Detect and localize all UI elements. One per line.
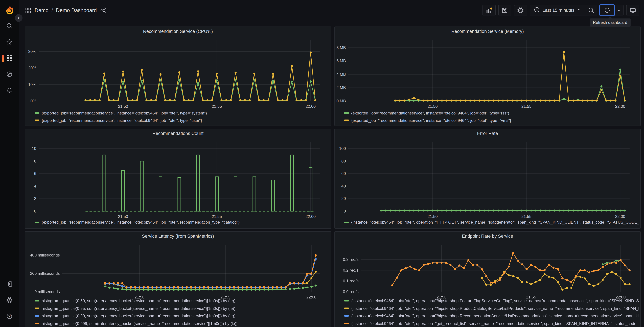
svg-text:4 MB: 4 MB bbox=[336, 72, 346, 76]
svg-text:21:55: 21:55 bbox=[212, 214, 222, 219]
legend-marker bbox=[344, 308, 349, 309]
chart-panel-endpoint-rate[interactable]: 0.0 req/s0.1 req/s0.2 req/s0.3 req/s21:5… bbox=[335, 232, 641, 327]
svg-text:2: 2 bbox=[34, 196, 36, 201]
legend-item[interactable]: {exported_job="recommendationservice", i… bbox=[34, 220, 330, 225]
svg-text:0.2 req/s: 0.2 req/s bbox=[343, 268, 358, 272]
time-range-label: Last 15 minutes bbox=[542, 8, 574, 13]
caret-down-icon bbox=[577, 8, 582, 13]
grafana-logo[interactable] bbox=[3, 4, 16, 17]
legend-label: histogram_quantile(0.999, sum(rate(laten… bbox=[42, 321, 238, 326]
svg-text:20%: 20% bbox=[28, 66, 36, 70]
legend-item[interactable]: {instance="otelcol:9464", job="otel", op… bbox=[344, 298, 639, 304]
breadcrumb-page[interactable]: Demo Dashboard bbox=[56, 8, 97, 14]
breadcrumb-section[interactable]: Demo bbox=[34, 8, 48, 14]
dashboards-icon[interactable] bbox=[3, 51, 16, 65]
add-panel-button[interactable] bbox=[482, 5, 496, 16]
starred-icon[interactable] bbox=[3, 35, 16, 49]
legend-item[interactable]: histogram_quantile(0.95, sum(rate(latenc… bbox=[34, 306, 330, 311]
legend-marker bbox=[34, 222, 39, 223]
legend-label: {exported_job="recommendationservice", i… bbox=[351, 118, 511, 123]
breadcrumb: Demo / Demo Dashboard bbox=[25, 6, 106, 15]
svg-text:10: 10 bbox=[32, 146, 36, 151]
share-icon[interactable] bbox=[100, 7, 106, 14]
svg-text:0: 0 bbox=[34, 209, 36, 213]
legend-marker bbox=[344, 315, 349, 316]
svg-text:0 milliseconds: 0 milliseconds bbox=[34, 290, 60, 294]
svg-text:0 MB: 0 MB bbox=[336, 99, 346, 103]
tv-mode-button[interactable] bbox=[626, 5, 639, 16]
svg-text:22:00: 22:00 bbox=[306, 104, 316, 108]
panel-error-rate: Error Rate02040608010021:5021:5522:00{in… bbox=[334, 128, 641, 229]
svg-text:400 milliseconds: 400 milliseconds bbox=[30, 253, 60, 257]
refresh-interval-button[interactable] bbox=[614, 5, 624, 16]
legend-marker bbox=[344, 323, 349, 324]
svg-text:21:50: 21:50 bbox=[428, 214, 438, 219]
legend-item[interactable]: histogram_quantile(0.50, sum(rate(latenc… bbox=[34, 298, 330, 304]
svg-text:0: 0 bbox=[344, 209, 346, 213]
legend-marker bbox=[344, 112, 349, 114]
svg-text:0.0 req/s: 0.0 req/s bbox=[343, 290, 358, 294]
chart-panel-error-rate[interactable]: 02040608010021:5021:5522:00 bbox=[335, 129, 641, 229]
svg-text:22:00: 22:00 bbox=[306, 214, 316, 219]
legend-label: histogram_quantile(0.99, sum(rate(latenc… bbox=[42, 314, 235, 318]
legend-label: {instance="otelcol:9464", job="otel", op… bbox=[351, 298, 639, 303]
svg-text:2 MB: 2 MB bbox=[336, 85, 346, 90]
legend-item[interactable]: {instance="otelcol:9464", job="otel", op… bbox=[344, 313, 639, 318]
svg-text:22:00: 22:00 bbox=[615, 214, 625, 219]
chart-panel-service-latency[interactable]: 0 milliseconds200 milliseconds400 millis… bbox=[25, 232, 331, 327]
dashboards-squares-icon bbox=[25, 7, 32, 14]
panel-recommendations-count: Recommendations Count024681021:5021:5522… bbox=[25, 128, 331, 229]
legend-marker bbox=[34, 323, 39, 324]
time-range-picker[interactable]: Last 15 minutes bbox=[530, 5, 585, 16]
save-dashboard-button[interactable] bbox=[498, 5, 511, 16]
explore-icon[interactable] bbox=[3, 68, 16, 81]
chart-panel-recommendations-count[interactable]: 024681021:5021:5522:00 bbox=[25, 129, 331, 229]
legend-marker bbox=[344, 120, 349, 121]
legend-label: {instance="otelcol:9464", job="otel", op… bbox=[351, 321, 639, 326]
legend-marker bbox=[34, 120, 39, 121]
svg-text:0%: 0% bbox=[30, 99, 36, 103]
sign-in-icon[interactable] bbox=[3, 277, 16, 291]
search-icon[interactable] bbox=[3, 19, 16, 32]
svg-text:21:50: 21:50 bbox=[118, 214, 128, 219]
legend-marker bbox=[34, 300, 39, 302]
svg-text:21:55: 21:55 bbox=[521, 214, 531, 219]
legend-item[interactable]: {exported_job="recommendationservice", i… bbox=[344, 110, 639, 116]
legend-item[interactable]: histogram_quantile(0.99, sum(rate(latenc… bbox=[34, 313, 330, 318]
svg-text:6: 6 bbox=[34, 171, 36, 176]
legend-item[interactable]: {instance="otelcol:9464", job="otel", op… bbox=[344, 220, 639, 225]
legend-label: {exported_job="recommendationservice", i… bbox=[42, 220, 240, 224]
panel-recommendation-memory: Recommendation Service (Memory)0 MB2 MB4… bbox=[334, 26, 641, 126]
svg-text:21:50: 21:50 bbox=[118, 104, 128, 108]
toolbar: Last 15 minutes bbox=[482, 5, 639, 16]
svg-text:21:55: 21:55 bbox=[521, 104, 531, 108]
dashboard-settings-button[interactable] bbox=[514, 5, 527, 16]
zoom-out-button[interactable] bbox=[585, 5, 597, 16]
svg-text:21:50: 21:50 bbox=[428, 104, 438, 108]
svg-text:8: 8 bbox=[34, 159, 36, 163]
settings-icon[interactable] bbox=[3, 294, 16, 307]
alerting-icon[interactable] bbox=[3, 84, 16, 97]
refresh-tooltip: Refresh dashboard bbox=[590, 18, 630, 26]
panel-endpoint-rate: Endpoint Rate by Service0.0 req/s0.1 req… bbox=[334, 231, 641, 327]
svg-text:4: 4 bbox=[34, 184, 36, 188]
grafana-app: ? Demo / Demo Dashboard Last 15 minutes bbox=[0, 0, 644, 327]
legend-label: histogram_quantile(0.50, sum(rate(latenc… bbox=[42, 298, 235, 303]
legend-marker bbox=[34, 112, 39, 114]
svg-text:30%: 30% bbox=[28, 49, 36, 54]
refresh-button[interactable] bbox=[600, 5, 614, 16]
legend-item[interactable]: histogram_quantile(0.999, sum(rate(laten… bbox=[34, 321, 330, 326]
legend-item[interactable]: {instance="otelcol:9464", job="otel", op… bbox=[344, 306, 639, 311]
legend-item[interactable]: {exported_job="recommendationservice", i… bbox=[344, 118, 639, 123]
legend-label: {exported_job="recommendationservice", i… bbox=[42, 118, 202, 123]
legend-item[interactable]: {instance="otelcol:9464", job="otel", op… bbox=[344, 321, 639, 326]
legend-item[interactable]: {exported_job="recommendationservice", i… bbox=[34, 110, 330, 116]
svg-text:0.1 req/s: 0.1 req/s bbox=[343, 279, 358, 283]
legend-marker bbox=[34, 315, 39, 316]
sidebar-expand-button[interactable] bbox=[15, 14, 22, 22]
legend-label: histogram_quantile(0.95, sum(rate(latenc… bbox=[42, 306, 235, 311]
legend-label: {exported_job="recommendationservice", i… bbox=[42, 110, 207, 115]
help-icon[interactable]: ? bbox=[3, 310, 16, 323]
legend-item[interactable]: {exported_job="recommendationservice", i… bbox=[34, 118, 330, 123]
svg-text:60: 60 bbox=[341, 171, 346, 176]
